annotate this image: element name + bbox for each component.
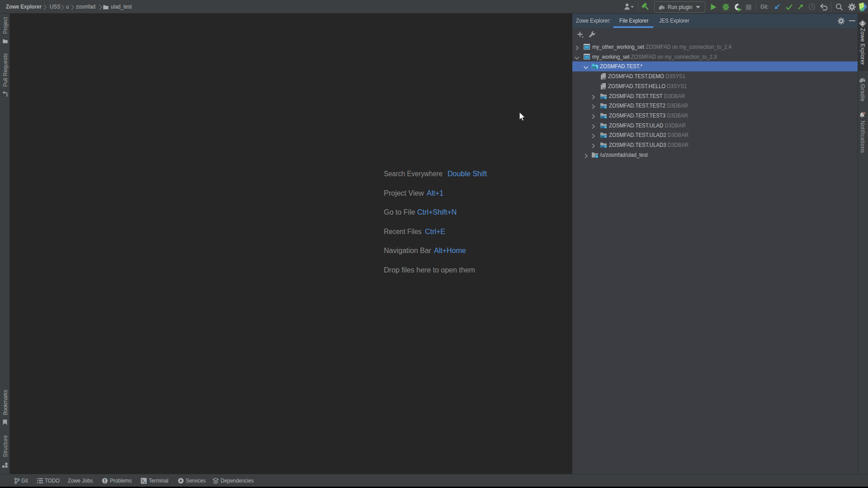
svg-text:DS: DS — [601, 136, 604, 138]
svg-text:DS: DS — [601, 116, 604, 119]
svg-text:DS: DS — [592, 66, 597, 69]
svg-text:DS: DS — [601, 145, 604, 148]
svg-text:DS: DS — [601, 126, 604, 128]
svg-text:DS: DS — [603, 77, 606, 80]
svg-text:Z: Z — [861, 21, 864, 26]
svg-text:DS: DS — [601, 106, 604, 109]
svg-text:DS: DS — [603, 87, 606, 89]
svg-text:DS: DS — [601, 96, 604, 99]
